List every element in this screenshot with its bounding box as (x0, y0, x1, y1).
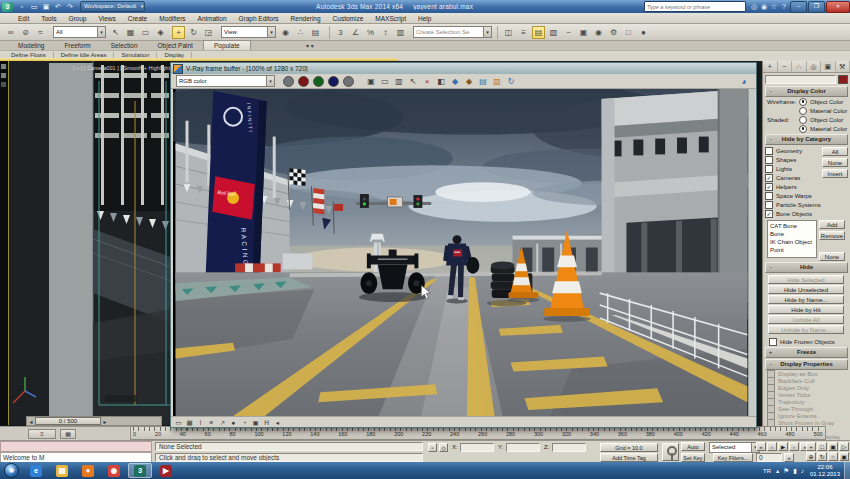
redo-icon[interactable]: ↷ (65, 2, 75, 12)
search-input[interactable] (645, 3, 745, 10)
y-coordinate-field[interactable] (506, 443, 540, 452)
auto-key-button[interactable]: Auto Key (681, 442, 705, 451)
maximize-button[interactable]: ❐ (808, 1, 825, 13)
set-keys-button[interactable] (662, 443, 679, 461)
ribbon-tab[interactable]: Populate (203, 40, 251, 50)
zoom-region-icon[interactable]: ○ (828, 452, 838, 461)
mono-channel-icon[interactable] (283, 76, 294, 87)
app-logo-icon[interactable]: 3 (2, 2, 13, 12)
graphite-ribbon-icon[interactable]: ▧ (547, 26, 560, 39)
refresh-icon[interactable]: ↻ (505, 76, 517, 87)
percent-snap-icon[interactable]: % (364, 26, 377, 39)
create-tab-icon[interactable]: + (763, 61, 778, 72)
save-file-icon[interactable]: ▣ (41, 2, 51, 12)
time-slider-track[interactable]: ◂ 0 / 500 ▸ (26, 416, 162, 426)
menu-item[interactable]: Animation (192, 15, 233, 22)
ribbon-subtab[interactable]: Define Idle Areas (54, 52, 115, 58)
reference-coordinate-dropdown[interactable]: View (221, 26, 276, 38)
curves-icon[interactable]: ↗ (218, 418, 227, 427)
window-crossing-icon[interactable]: ◈ (154, 26, 167, 39)
menu-item[interactable]: Group (62, 15, 92, 22)
layer-manager-icon[interactable]: ▤ (532, 26, 545, 39)
red-channel-icon[interactable] (298, 76, 309, 87)
taskbar-app-slot[interactable]: ◉ (102, 463, 126, 478)
clear-image-icon[interactable]: ▭ (379, 76, 391, 87)
render-last-icon[interactable]: ◆ (449, 76, 461, 87)
current-frame-field[interactable]: 0 (756, 453, 782, 462)
motion-tab-icon[interactable]: ◎ (807, 61, 822, 72)
viewport-tab-icon[interactable] (1, 82, 6, 87)
x-coordinate-field[interactable] (460, 443, 494, 452)
play-icon[interactable]: ▶ (778, 442, 788, 451)
ribbon-tab[interactable]: Freeform (54, 41, 100, 50)
vfb-theme-icon[interactable]: ◕ (738, 76, 750, 87)
new-scene-icon[interactable]: ▫ (17, 2, 27, 12)
help-icon[interactable]: ? (779, 2, 789, 12)
align-icon[interactable]: ≡ (517, 26, 530, 39)
named-selection-sets-icon[interactable]: ▥ (394, 26, 407, 39)
network-icon[interactable]: ▮ (793, 467, 797, 475)
select-and-move-icon[interactable]: + (172, 26, 185, 39)
previous-frame-icon[interactable]: ‹ (767, 442, 777, 451)
viewport-tab-icon[interactable] (1, 73, 6, 78)
menu-item[interactable]: Graph Editors (233, 15, 285, 22)
taskbar-app-slot[interactable]: ● (76, 463, 100, 478)
select-and-link-icon[interactable]: ∞ (4, 26, 17, 39)
list-item[interactable]: Point (770, 246, 814, 254)
vfb-channel-dropdown[interactable]: RGB color (176, 75, 275, 87)
menu-item[interactable]: Create (122, 15, 154, 22)
rollout-display-color[interactable]: -Display Color (765, 86, 848, 97)
close-buffer-icon[interactable]: × (421, 76, 433, 87)
mirror-icon[interactable]: ◫ (502, 26, 515, 39)
ribbon-tab[interactable]: Modeling (8, 41, 54, 50)
ribbon-subtab[interactable]: Display (157, 52, 192, 58)
rollout-freeze[interactable]: +Freeze (765, 347, 848, 358)
key-filters-button[interactable]: Key Filters... (713, 453, 753, 462)
menu-item[interactable]: Tools (35, 15, 62, 22)
category-checkbox[interactable] (765, 201, 773, 209)
workspace-dropdown[interactable]: Workspace: Default (80, 1, 145, 12)
ribbon-tab[interactable]: Object Paint (148, 41, 203, 50)
pixel-grid-icon[interactable]: ▦ (185, 418, 194, 427)
pixel-info-icon[interactable]: i (196, 418, 205, 427)
list-item[interactable]: CAT Bone (770, 222, 814, 230)
curve-editor-icon[interactable]: ~ (562, 26, 575, 39)
z-coordinate-field[interactable] (552, 443, 586, 452)
render-region-icon[interactable]: ◆ (463, 76, 475, 87)
key-mode-toggle-icon[interactable]: » (784, 453, 794, 462)
modify-tab-icon[interactable]: ~ (778, 61, 793, 72)
wireframe-object-color-radio[interactable] (799, 98, 807, 106)
maxscript-mini-listener-macro[interactable] (0, 441, 152, 452)
hide-frozen-checkbox[interactable] (769, 338, 777, 346)
rollout-display-properties[interactable]: -Display Properties (765, 359, 848, 370)
none-button[interactable]: None (819, 252, 845, 261)
minimize-button[interactable]: – (790, 1, 807, 13)
remove-button[interactable]: Remove (819, 231, 845, 240)
levels-icon[interactable]: ≡ (207, 418, 216, 427)
category-checkbox[interactable] (765, 174, 773, 182)
snaps-toggle-icon[interactable]: 3 (334, 26, 347, 39)
green-channel-icon[interactable] (313, 76, 324, 87)
add-time-tag-button[interactable]: Add Time Tag (600, 453, 658, 462)
menu-item[interactable]: Help (412, 15, 437, 22)
bind-to-space-warp-icon[interactable]: ≈ (34, 26, 47, 39)
hierarchy-tab-icon[interactable]: ∴ (792, 61, 807, 72)
vfb-title-bar[interactable]: V-Ray frame buffer - [100% of 1280 x 720… (171, 63, 756, 74)
shaded-object-color-radio[interactable] (799, 116, 807, 124)
keyboard-shortcut-override-icon[interactable]: ▤ (309, 26, 322, 39)
list-item[interactable]: Bone (770, 230, 814, 238)
rectangular-region-icon[interactable]: ▭ (139, 26, 152, 39)
viewport-label[interactable]: [ + ] [ Camera001 ] [ Smooth + Highlight… (73, 65, 176, 71)
blue-channel-icon[interactable] (328, 76, 339, 87)
menu-item[interactable]: Views (92, 15, 121, 22)
render-setup-icon[interactable]: ⚙ (607, 26, 620, 39)
taskbar-app-slot[interactable]: ▤ (50, 463, 74, 478)
select-and-rotate-icon[interactable]: ↻ (187, 26, 200, 39)
category-checkbox[interactable] (765, 210, 773, 218)
taskbar-app-slot[interactable]: ▶ (154, 463, 178, 478)
category-action-button[interactable]: All (822, 147, 848, 156)
category-checkbox[interactable] (765, 192, 773, 200)
rollout-hide[interactable]: -Hide (765, 262, 848, 273)
ribbon-more-button[interactable]: ▾ ▾ (300, 42, 320, 49)
srgb-icon[interactable]: ◔ (240, 418, 249, 427)
